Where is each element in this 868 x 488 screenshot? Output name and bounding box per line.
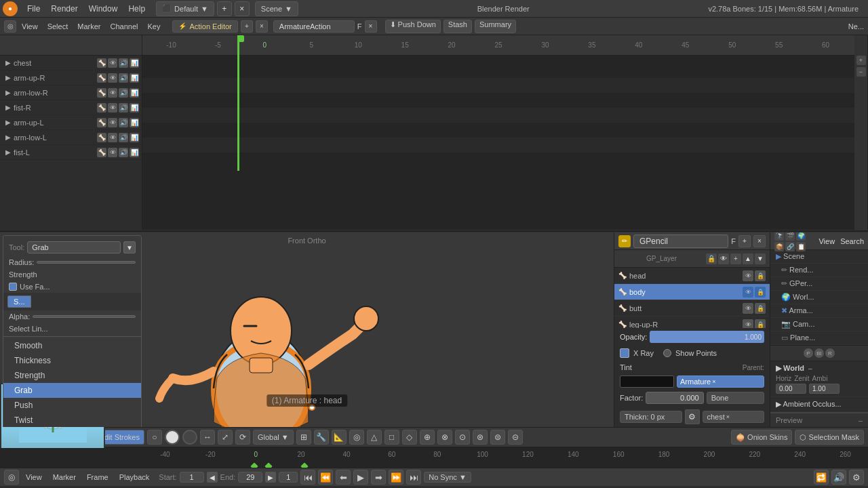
data-icon2[interactable]: 📊 [130,73,139,83]
gp-extra1[interactable]: △ [367,430,382,445]
gp-extra8[interactable]: ⊜ [490,430,505,445]
menu-strength[interactable]: Strength [3,368,141,383]
data-icon7[interactable]: 📊 [130,148,139,157]
row-chest[interactable]: ▶ chest 🦴 👁 🔊 📊 [0,56,142,70]
row-arm-low-r[interactable]: ▶ arm-low-R 🦴 👁 🔊 📊 [0,85,142,100]
next-keyframe-btn[interactable]: ➡ [371,470,386,485]
bone-icon4[interactable]: 🦴 [97,103,106,113]
data-icon[interactable]: 📊 [130,58,139,68]
opacity-slider[interactable]: 1.000 [650,331,764,343]
layer-body-lock[interactable]: 🔒 [755,287,766,298]
speaker-icon3[interactable]: 🔊 [119,88,128,98]
use-falloff-checkbox[interactable] [9,283,17,291]
tint-color-picker[interactable] [620,375,674,388]
start-left-btn[interactable]: ◀ [207,472,218,483]
gp-extra6[interactable]: ⊙ [455,430,470,445]
menu-help[interactable]: Help [123,3,151,15]
smooth-mode-btn[interactable]: S... [7,296,31,308]
layer-lock-btn[interactable]: 🔒 [706,253,717,264]
gp-tool3[interactable]: ⟳ [235,430,250,445]
circle-btn[interactable]: ○ [147,430,162,445]
pivot-icon[interactable]: ◎ [349,430,364,445]
layer-butt-eye[interactable]: 👁 [743,303,753,314]
xray-checkbox[interactable] [620,348,629,358]
world-toggle-icon[interactable]: – [808,365,812,372]
layer-head-eye[interactable]: 👁 [743,270,753,281]
sync-select[interactable]: No Sync ▼ [424,472,471,483]
orient-icon[interactable]: 📐 [332,430,347,445]
menu-select-ds[interactable]: Select [43,21,73,32]
radio-r[interactable]: R [825,348,835,358]
gp-tool2[interactable]: ⤢ [218,430,233,445]
view-btn[interactable]: View [818,237,835,245]
start-frame[interactable]: 1 [180,472,204,483]
layer-leg-up-r-eye[interactable]: 👁 [743,319,753,329]
radio-p[interactable]: P [804,348,813,358]
gp-extra7[interactable]: ⊛ [473,430,488,445]
speaker-icon6[interactable]: 🔊 [119,133,128,142]
color-circle-black[interactable] [182,430,197,445]
dopesheet-tracks[interactable]: -10 -5 0 5 10 15 20 25 30 35 40 45 50 55… [142,35,854,230]
row-arm-up-r[interactable]: ▶ arm-up-R 🦴 👁 🔊 📊 [0,70,142,85]
tool-selector[interactable]: Grab [27,241,121,253]
row-arm-up-l[interactable]: ▶ arm-up-L 🦴 👁 🔊 📊 [0,115,142,130]
color-circle-white[interactable] [165,430,180,445]
preview-toggle[interactable]: – [859,416,863,424]
outliner-worl[interactable]: 🌍 Worl... [770,291,868,304]
gpencil-f-btn[interactable]: F [731,237,736,245]
gpencil-title[interactable]: GPencil [633,235,728,248]
speaker-icon[interactable]: 🔊 [119,58,128,68]
layer-butt[interactable]: 🦴 butt 👁 🔒 [614,300,770,317]
radio-bi[interactable]: BI [814,348,824,358]
ds-tool1[interactable]: + [856,56,866,65]
layer-body-eye[interactable]: 👁 [743,287,753,298]
gp-tool1[interactable]: ↔ [200,430,215,445]
thickness-input[interactable]: Thickn: 0 px [620,411,682,423]
summary-btn[interactable]: Summary [475,20,516,33]
snap-icon[interactable]: 🔧 [314,430,329,445]
end-frame[interactable]: 29 [238,472,262,483]
tool-dropdown-btn[interactable]: ▼ [123,241,136,253]
eye-icon2[interactable]: 👁 [108,73,117,83]
eye-icon7[interactable]: 👁 [108,148,117,157]
menu-thickness[interactable]: Thickness [3,353,141,368]
prev-frame-btn[interactable]: ⏪ [318,470,333,485]
gpencil-remove-btn[interactable]: × [753,235,766,247]
menu-twist[interactable]: Twist [3,413,141,427]
bone-icon[interactable]: 🦴 [97,58,106,68]
timeline-panel-icon[interactable]: ◎ [4,470,19,485]
data-icon3[interactable]: 📊 [130,88,139,98]
outliner-gper[interactable]: ✏ GPer... [770,277,868,291]
speaker-icon2[interactable]: 🔊 [119,73,128,83]
menu-push[interactable]: Push [3,398,141,413]
global-btn[interactable]: Global ▼ [253,430,294,445]
current-frame[interactable]: 1 [279,472,298,483]
bone-select[interactable]: Bone [707,392,764,404]
gp-extra3[interactable]: ◇ [402,430,417,445]
gp-extra5[interactable]: ⊗ [437,430,452,445]
action-name[interactable]: ArmatureAction [273,20,355,33]
outliner-arma[interactable]: ✖ Arma... [770,304,868,318]
ae-close-action[interactable]: × [365,20,377,33]
settings-btn[interactable]: ⚙ [849,470,864,485]
action-f-btn[interactable]: F [357,22,362,30]
data-icon4[interactable]: 📊 [130,103,139,113]
push-down-btn[interactable]: ⬇ Push Down [385,20,441,33]
mute-btn[interactable]: 🔊 [831,470,846,485]
chest-close-icon[interactable]: × [726,413,730,420]
search-btn[interactable]: Search [840,237,864,245]
speaker-icon7[interactable]: 🔊 [119,148,128,157]
add-screen-btn[interactable]: + [217,1,232,16]
grid-icon[interactable]: ⊞ [296,430,311,445]
outliner-rend[interactable]: ✏ Rend... [770,264,868,277]
layer-head[interactable]: 🦴 head 👁 🔒 [614,268,770,284]
layer-body[interactable]: 🦴 body 👁 🔒 [614,284,770,300]
gp-extra4[interactable]: ⊕ [420,430,435,445]
layer-leg-up-r[interactable]: 🦴 leg-up-R 👁 🔒 [614,317,770,328]
play-btn[interactable]: ▶ [353,470,368,485]
loop-btn[interactable]: 🔁 [814,470,829,485]
main-viewport[interactable]: Front Ortho Tool: Grab ▼ Radius: Strengt… [0,232,614,427]
row-fist-l[interactable]: ▶ fist-L 🦴 👁 🔊 📊 [0,145,142,160]
prop-scene-icon[interactable]: 🔭 [774,232,784,241]
parent-armature-select[interactable]: Armature × [677,375,764,388]
